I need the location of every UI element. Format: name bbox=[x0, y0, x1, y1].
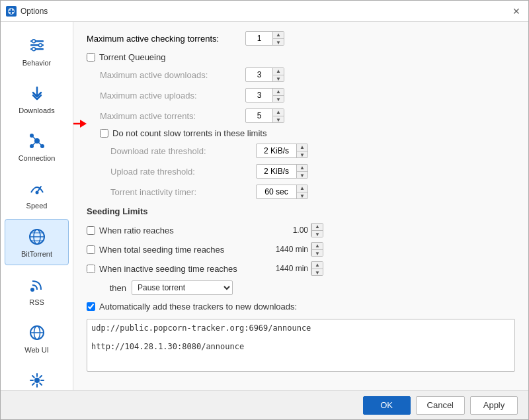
seeding-time-checkbox[interactable] bbox=[87, 245, 95, 254]
ul-rate-btns: ▲ ▼ bbox=[296, 164, 307, 179]
ratio-row: When ratio reaches 1.00 ▲ ▼ bbox=[87, 223, 515, 237]
svg-point-4 bbox=[32, 40, 35, 43]
max-torrents-down-btn[interactable]: ▼ bbox=[273, 116, 284, 123]
sidebar: Behavior Downloads bbox=[1, 22, 73, 390]
max-checking-input[interactable] bbox=[246, 34, 272, 43]
trackers-section: Automatically add these trackers to new … bbox=[87, 302, 515, 374]
sidebar-item-connection[interactable]: Connection bbox=[5, 124, 69, 169]
inactivity-spinbox[interactable]: ▲ ▼ bbox=[256, 185, 308, 199]
trackers-textarea[interactable] bbox=[87, 319, 515, 372]
no-slow-row: Do not count slow torrents in these limi… bbox=[100, 128, 515, 138]
speed-icon bbox=[26, 178, 48, 199]
max-checking-spinbox[interactable]: ▲ ▼ bbox=[245, 31, 284, 46]
ratio-down-btn[interactable]: ▼ bbox=[312, 230, 323, 237]
auto-trackers-row: Automatically add these trackers to new … bbox=[87, 302, 515, 312]
dl-rate-row: Download rate threshold: ▲ ▼ bbox=[110, 143, 515, 159]
max-downloads-down-btn[interactable]: ▼ bbox=[273, 75, 284, 82]
dl-rate-input[interactable] bbox=[257, 146, 296, 155]
sidebar-item-bittorrent[interactable]: BitTorrent bbox=[5, 219, 69, 265]
max-downloads-spinbox[interactable]: ▲ ▼ bbox=[245, 67, 284, 82]
max-checking-up-btn[interactable]: ▲ bbox=[273, 31, 284, 38]
svg-point-21 bbox=[30, 288, 34, 292]
svg-point-25 bbox=[34, 378, 40, 383]
ul-rate-down-btn[interactable]: ▼ bbox=[297, 171, 307, 179]
max-uploads-input[interactable] bbox=[246, 91, 272, 100]
max-checking-spinbox-btns: ▲ ▼ bbox=[272, 31, 284, 46]
footer: OK Cancel Apply bbox=[1, 390, 528, 419]
auto-trackers-checkbox[interactable] bbox=[87, 302, 95, 311]
sidebar-item-downloads[interactable]: Downloads bbox=[5, 76, 69, 121]
auto-trackers-label[interactable]: Automatically add these trackers to new … bbox=[99, 302, 297, 312]
dialog-body: Behavior Downloads bbox=[1, 22, 528, 390]
svg-line-12 bbox=[37, 141, 42, 146]
ok-button[interactable]: OK bbox=[363, 396, 411, 415]
max-uploads-label: Maximum active uploads: bbox=[100, 91, 245, 101]
dl-rate-btns: ▲ ▼ bbox=[296, 144, 307, 158]
webui-icon bbox=[26, 322, 48, 343]
then-action-select[interactable]: Pause torrent Remove torrent Delete torr… bbox=[132, 280, 233, 295]
apply-button[interactable]: Apply bbox=[470, 396, 518, 415]
close-button[interactable]: ✕ bbox=[510, 5, 523, 18]
bittorrent-label: BitTorrent bbox=[21, 250, 52, 258]
ul-rate-input[interactable] bbox=[257, 167, 296, 176]
ul-rate-spinbox[interactable]: ▲ ▼ bbox=[256, 164, 308, 179]
inactivity-btns: ▲ ▼ bbox=[296, 185, 307, 199]
sidebar-item-rss[interactable]: RSS bbox=[5, 268, 69, 313]
dl-rate-label: Download rate threshold: bbox=[110, 146, 256, 156]
inactive-seeding-label[interactable]: When inactive seeding time reaches bbox=[99, 264, 271, 274]
webui-label: Web UI bbox=[24, 346, 48, 354]
svg-point-5 bbox=[38, 44, 42, 47]
dl-rate-down-btn[interactable]: ▼ bbox=[297, 151, 307, 158]
dl-rate-up-btn[interactable]: ▲ bbox=[297, 144, 307, 151]
max-torrents-row: Maximum active torrents: ▲ ▼ bbox=[100, 108, 515, 124]
dl-rate-spinbox[interactable]: ▲ ▼ bbox=[256, 144, 308, 158]
no-slow-checkbox[interactable] bbox=[100, 129, 108, 138]
inactivity-down-btn[interactable]: ▼ bbox=[297, 192, 307, 199]
options-dialog: Options ✕ Behavior bbox=[0, 0, 529, 420]
bittorrent-icon bbox=[26, 226, 48, 247]
inactive-seeding-checkbox[interactable] bbox=[87, 265, 95, 273]
max-downloads-btns: ▲ ▼ bbox=[272, 67, 284, 82]
seeding-time-down-btn[interactable]: ▼ bbox=[312, 249, 323, 257]
sidebar-item-behavior[interactable]: Behavior bbox=[5, 28, 69, 73]
max-torrents-input[interactable] bbox=[246, 111, 272, 120]
downloads-label: Downloads bbox=[19, 106, 54, 114]
connection-label: Connection bbox=[19, 154, 56, 162]
inactive-seeding-up-btn[interactable]: ▲ bbox=[312, 261, 323, 269]
seeding-time-value: 1440 min bbox=[271, 245, 311, 254]
torrent-queueing-label[interactable]: Torrent Queueing bbox=[99, 52, 165, 62]
max-uploads-spinbox[interactable]: ▲ ▼ bbox=[245, 88, 284, 103]
seeding-time-label[interactable]: When total seeding time reaches bbox=[99, 245, 271, 255]
inactive-seeding-spinbox[interactable]: ▲ ▼ bbox=[311, 261, 323, 276]
seeding-time-spinbox[interactable]: ▲ ▼ bbox=[311, 242, 323, 257]
ul-rate-row: Upload rate threshold: ▲ ▼ bbox=[110, 163, 515, 179]
max-uploads-up-btn[interactable]: ▲ bbox=[273, 88, 284, 95]
ratio-up-btn[interactable]: ▲ bbox=[312, 223, 323, 230]
sidebar-item-webui[interactable]: Web UI bbox=[5, 315, 69, 360]
inactivity-up-btn[interactable]: ▲ bbox=[297, 185, 307, 192]
max-downloads-input[interactable] bbox=[246, 70, 272, 79]
max-torrents-up-btn[interactable]: ▲ bbox=[273, 108, 284, 116]
then-row: then Pause torrent Remove torrent Delete… bbox=[100, 280, 515, 295]
no-slow-label[interactable]: Do not count slow torrents in these limi… bbox=[112, 128, 266, 138]
max-torrents-spinbox[interactable]: ▲ ▼ bbox=[245, 108, 284, 123]
torrent-queueing-checkbox[interactable] bbox=[87, 53, 95, 62]
inactive-seeding-value: 1440 min bbox=[271, 264, 311, 273]
cancel-button[interactable]: Cancel bbox=[416, 396, 465, 415]
max-uploads-down-btn[interactable]: ▼ bbox=[273, 95, 284, 103]
inactive-seeding-btns: ▲ ▼ bbox=[311, 261, 323, 276]
max-downloads-up-btn[interactable]: ▲ bbox=[273, 67, 284, 75]
max-checking-down-btn[interactable]: ▼ bbox=[273, 38, 284, 46]
inactivity-input[interactable] bbox=[257, 187, 296, 196]
sidebar-item-advanced[interactable]: Advanced bbox=[5, 363, 69, 390]
max-downloads-row: Maximum active downloads: ▲ ▼ bbox=[100, 67, 515, 83]
ul-rate-up-btn[interactable]: ▲ bbox=[297, 164, 307, 171]
inactive-seeding-down-btn[interactable]: ▼ bbox=[312, 269, 323, 276]
ratio-label[interactable]: When ratio reaches bbox=[99, 226, 271, 235]
ratio-checkbox[interactable] bbox=[87, 226, 95, 235]
window-title: Options bbox=[20, 7, 48, 16]
seeding-header: Seeding Limits bbox=[87, 206, 515, 216]
sidebar-item-speed[interactable]: Speed bbox=[5, 171, 69, 216]
seeding-time-up-btn[interactable]: ▲ bbox=[312, 242, 323, 249]
ratio-spinbox[interactable]: ▲ ▼ bbox=[311, 223, 323, 237]
